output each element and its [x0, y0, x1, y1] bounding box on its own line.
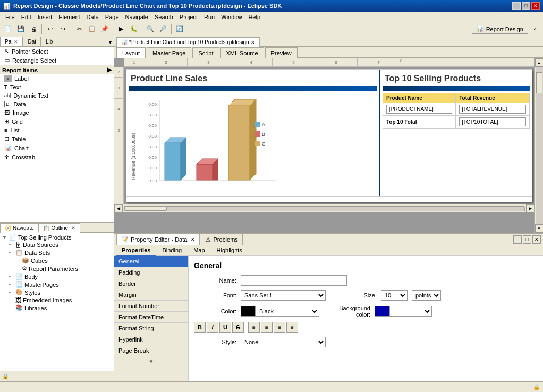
style-select[interactable]: None [241, 337, 326, 347]
maximize-button[interactable]: □ [522, 2, 530, 10]
section-general[interactable]: General [114, 256, 188, 267]
tab-script[interactable]: Script [192, 47, 219, 58]
tab-layout[interactable]: Layout [116, 47, 146, 58]
hscroll-left-btn[interactable]: ◀ [114, 204, 123, 213]
prop-editor-tab[interactable]: 📝 Property Editor - Data ✕ [116, 234, 200, 245]
tab-preview[interactable]: Preview [265, 47, 298, 58]
tab-xml-source[interactable]: XML Source [220, 47, 264, 58]
tree-item-datasources[interactable]: + 🗄 Data Sources [0, 241, 114, 249]
vscroll-thumb[interactable] [536, 72, 542, 93]
prop-editor-close[interactable]: ✕ [532, 235, 541, 244]
zoom-in-button[interactable]: 🔍 [145, 24, 156, 35]
window-controls[interactable]: _ □ ✕ [512, 2, 540, 10]
new-button[interactable]: 📄 [2, 24, 14, 35]
subtab-properties[interactable]: Properties [116, 245, 156, 256]
hscroll-bar[interactable]: ◀ ▶ [114, 204, 534, 212]
copy-button[interactable]: 📋 [86, 24, 98, 35]
subtab-highlights[interactable]: Highlights [211, 245, 248, 256]
menu-element[interactable]: Element [55, 13, 83, 21]
vscroll-down-btn[interactable]: ▼ [535, 224, 544, 233]
palette-text[interactable]: T Text [0, 83, 114, 91]
color-swatch[interactable] [241, 306, 256, 317]
tab-library[interactable]: Lib [41, 37, 57, 46]
editor-tab-main[interactable]: 📊 *Product Line Chart and Top 10 Product… [116, 37, 260, 47]
palette-crosstab[interactable]: ✛ Crosstab [0, 152, 114, 161]
section-format-number[interactable]: Format Number [114, 301, 188, 312]
menu-run[interactable]: Run [201, 13, 218, 21]
name-input[interactable] [241, 275, 347, 286]
debug-button[interactable]: 🐛 [128, 24, 140, 35]
section-format-datetime[interactable]: Format DateTime [114, 312, 188, 323]
tree-item-root[interactable]: ▼ 📄 Top Selling Products [0, 233, 114, 241]
menu-data[interactable]: Data [83, 13, 102, 21]
italic-button[interactable]: I [207, 322, 218, 333]
section-page-break[interactable]: Page Break [114, 345, 188, 356]
hscroll-track[interactable] [124, 206, 525, 211]
print-button[interactable]: 🖨 [28, 24, 39, 35]
menu-file[interactable]: File [2, 13, 18, 21]
tree-item-report-params[interactable]: ⚙ Report Parameters [0, 265, 114, 272]
tree-item-embedded-images[interactable]: + 🖼 Embedded Images [0, 296, 114, 304]
run-button[interactable]: ▶ [115, 24, 127, 35]
menu-project[interactable]: Project [176, 13, 201, 21]
cut-button[interactable]: ✂ [73, 24, 85, 35]
minimize-button[interactable]: _ [512, 2, 521, 10]
palette-tab-close[interactable]: ✕ [14, 39, 18, 45]
hscroll-right-btn[interactable]: ▶ [526, 204, 534, 213]
palette-data[interactable]: D Data [0, 100, 114, 108]
tab-navigate[interactable]: 🧭 Navigate [0, 223, 38, 233]
tab-master-page[interactable]: Master Page [147, 47, 191, 58]
size-select[interactable]: 10 [381, 290, 408, 301]
palette-rectangle-select[interactable]: ▭ Rectangle Select [0, 56, 114, 65]
close-button[interactable]: ✕ [531, 2, 540, 10]
section-margin[interactable]: Margin [114, 289, 188, 301]
menu-window[interactable]: Window [218, 13, 245, 21]
menu-navigate[interactable]: Navigate [122, 13, 151, 21]
save-button[interactable]: 💾 [15, 24, 27, 35]
paste-button[interactable]: 📌 [99, 24, 111, 35]
palette-grid[interactable]: ⊞ Grid [0, 117, 114, 126]
palette-label[interactable]: a Label [0, 74, 114, 83]
palette-image[interactable]: 🖼 Image [0, 108, 114, 117]
vscroll-up-btn[interactable]: ▲ [535, 58, 544, 67]
outline-tab-close[interactable]: ✕ [71, 225, 75, 231]
prop-editor-maximize[interactable]: □ [523, 235, 531, 244]
tree-item-libraries[interactable]: 📚 Libraries [0, 304, 114, 312]
bold-button[interactable]: B [194, 322, 206, 333]
align-right-button[interactable]: ≡ [274, 322, 285, 333]
prop-editor-minimize[interactable]: _ [513, 235, 522, 244]
tree-item-datasets[interactable]: + 📋 Data Sets [0, 249, 114, 257]
hscroll-thumb[interactable] [124, 207, 167, 211]
vscroll-track[interactable] [536, 67, 543, 224]
menu-search[interactable]: Search [151, 13, 176, 21]
subtab-map[interactable]: Map [188, 245, 210, 256]
sections-scroll-down[interactable]: ▼ [114, 356, 188, 367]
font-select[interactable]: Sans Serif [241, 290, 326, 301]
vscroll-bar[interactable]: ▲ ▼ [534, 58, 543, 233]
tree-item-body[interactable]: + 📄 Body [0, 272, 114, 280]
undo-button[interactable]: ↩ [44, 24, 56, 35]
prop-editor-close-icon[interactable]: ✕ [191, 237, 195, 242]
size-unit-select[interactable]: points [412, 290, 441, 301]
strikethrough-button[interactable]: S [232, 322, 244, 333]
tree-item-masterpages[interactable]: + 📃 MasterPages [0, 280, 114, 288]
palette-table[interactable]: ⊟ Table [0, 134, 114, 143]
report-design-button[interactable]: 📊 Report Design [472, 24, 528, 34]
tab-outline[interactable]: 📋 Outline ✕ [38, 223, 80, 233]
zoom-out-button[interactable]: 🔎 [157, 24, 169, 35]
align-justify-button[interactable]: ≡ [286, 322, 298, 333]
palette-list[interactable]: ≡ List [0, 126, 114, 134]
problems-tab[interactable]: ⚠ Problems [201, 234, 242, 245]
palette-dynamic-text[interactable]: ab| Dynamic Text [0, 91, 114, 100]
refresh-button[interactable]: 🔄 [174, 24, 185, 35]
tree-item-styles[interactable]: + 🎨 Styles [0, 288, 114, 296]
menu-help[interactable]: Help [245, 13, 264, 21]
section-border[interactable]: Border [114, 278, 188, 289]
palette-group-report-items[interactable]: Report Items ▶ [0, 65, 114, 74]
bg-color-select[interactable] [389, 306, 432, 317]
align-left-button[interactable]: ≡ [248, 322, 260, 333]
menu-insert[interactable]: Insert [35, 13, 56, 21]
redo-button[interactable]: ↪ [57, 24, 69, 35]
editor-tab-close[interactable]: ✕ [251, 40, 255, 45]
tree-item-cubes[interactable]: 📦 Cubes [0, 257, 114, 265]
